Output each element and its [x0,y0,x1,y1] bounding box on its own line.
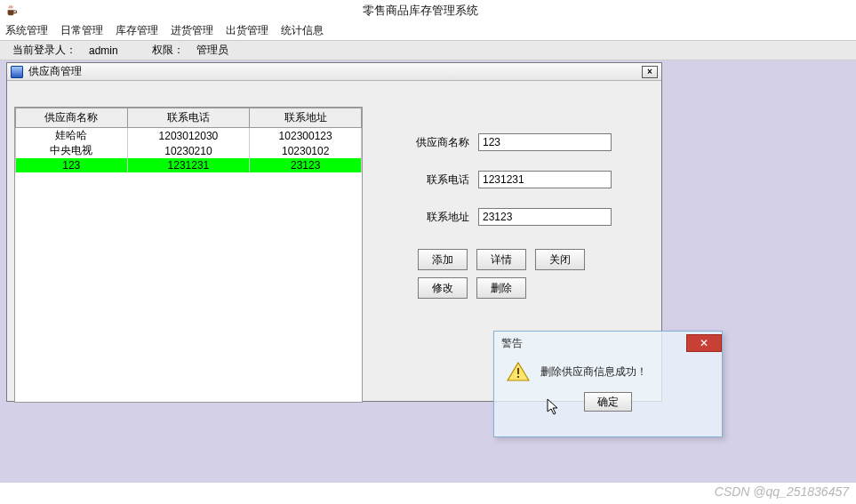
app-title: 零售商品库存管理系统 [25,3,851,19]
input-supplier-name[interactable] [478,133,612,151]
login-value: admin [89,44,118,57]
table-cell: 10230102 [250,143,362,158]
internal-close-button[interactable]: × [642,66,658,78]
table-cell: 中央电视 [16,143,128,158]
internal-window-icon [11,66,23,78]
dialog-close-button[interactable]: ✕ [686,334,722,352]
detail-button[interactable]: 详情 [476,249,526,270]
label-supplier-name: 供应商名称 [416,135,469,150]
table-row[interactable]: 娃哈哈1203012030102300123 [16,128,362,144]
internal-title: 供应商管理 [28,64,82,79]
statusbar: 当前登录人： admin 权限： 管理员 [0,41,856,60]
svg-rect-1 [517,368,519,374]
table-cell: 102300123 [250,128,362,144]
dialog-ok-button[interactable]: 确定 [584,392,632,412]
table-row[interactable]: 123123123123123 [16,158,362,172]
button-grid: 添加 详情 关闭 修改 删除 [418,249,638,299]
watermark: CSDN @qq_251836457 [715,484,849,499]
menubar: 系统管理 日常管理 库存管理 进货管理 出货管理 统计信息 [0,21,856,41]
table-cell: 1231231 [127,158,250,172]
role-value: 管理员 [196,43,228,58]
col-supplier-name[interactable]: 供应商名称 [16,108,128,128]
col-phone[interactable]: 联系电话 [127,108,250,128]
menu-system[interactable]: 系统管理 [5,23,48,38]
dialog-message: 删除供应商信息成功！ [540,364,647,380]
menu-daily[interactable]: 日常管理 [60,23,103,38]
supplier-table[interactable]: 供应商名称 联系电话 联系地址 娃哈哈1203012030102300123中央… [14,107,363,403]
svg-rect-2 [517,376,519,378]
label-phone: 联系电话 [416,172,469,188]
app-titlebar: 零售商品库存管理系统 [0,0,856,21]
dialog-titlebar[interactable]: 警告 ✕ [494,332,722,355]
modify-button[interactable]: 修改 [418,277,468,299]
table-cell: 10230210 [127,143,250,158]
label-address: 联系地址 [416,210,469,225]
table-cell: 123 [16,158,128,172]
input-phone[interactable] [478,171,612,188]
login-label: 当前登录人： [12,43,76,58]
table-row[interactable]: 中央电视1023021010230102 [16,143,362,158]
role-label: 权限： [152,43,184,58]
java-coffee-icon [5,4,18,17]
table-cell: 娃哈哈 [16,128,128,144]
table-cell: 1203012030 [127,128,250,144]
menu-inbound[interactable]: 进货管理 [171,23,213,38]
menu-stock[interactable]: 库存管理 [116,23,158,38]
alert-dialog: 警告 ✕ 删除供应商信息成功！ 确定 [493,331,723,437]
input-address[interactable] [478,208,612,226]
dialog-title: 警告 [501,336,523,351]
table-cell: 23123 [250,158,362,172]
menu-stats[interactable]: 统计信息 [281,23,324,38]
menu-outbound[interactable]: 出货管理 [226,23,268,38]
add-button[interactable]: 添加 [418,249,468,270]
mdi-desktop: 供应商管理 × 供应商名称 联系电话 联系地址 娃哈哈1203012030102… [0,60,856,483]
warning-icon [507,362,530,381]
internal-titlebar[interactable]: 供应商管理 × [7,63,661,81]
delete-button[interactable]: 删除 [476,277,526,299]
close-button[interactable]: 关闭 [535,249,585,270]
col-address[interactable]: 联系地址 [250,108,362,128]
